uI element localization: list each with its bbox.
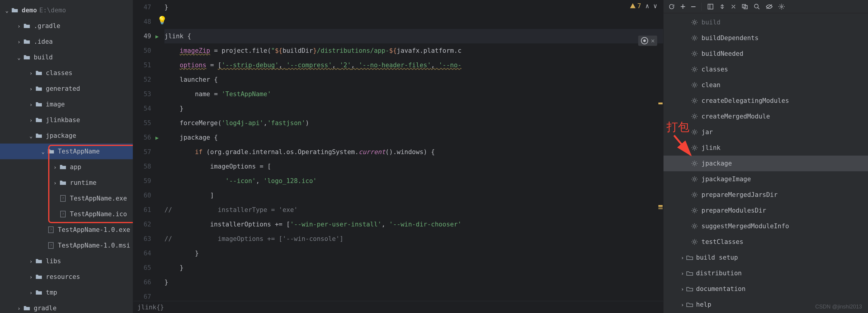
gradle-group-distribution[interactable]: ›distribution xyxy=(663,265,868,281)
refresh-icon[interactable] xyxy=(668,3,675,10)
chevron-icon[interactable]: › xyxy=(16,38,22,45)
tree-item-tmp[interactable]: ›tmp xyxy=(0,285,133,300)
warning-badge[interactable]: 7 xyxy=(629,2,641,10)
code-line[interactable]: imageOptions = [ xyxy=(164,159,663,174)
ai-assist-widget[interactable]: ✕ xyxy=(638,35,657,46)
gradle-task-jar[interactable]: jar xyxy=(663,124,868,140)
task-label: testClasses xyxy=(702,238,743,246)
gradle-group-documentation[interactable]: ›documentation xyxy=(663,281,868,297)
tree-item-runtime[interactable]: ›runtime xyxy=(0,175,133,191)
search-icon[interactable] xyxy=(753,3,760,10)
gradle-task-jpackageImage[interactable]: jpackageImage xyxy=(663,171,868,187)
gradle-task-build[interactable]: build xyxy=(663,15,868,30)
code-area[interactable]: } jlink { imageZip = project.file("${bui… xyxy=(164,0,663,301)
chevron-icon[interactable]: › xyxy=(28,101,34,108)
tree-item-testappname-ico[interactable]: ?TestAppName.ico xyxy=(0,206,133,222)
gradle-task-suggestMergedModuleInfo[interactable]: suggestMergedModuleInfo xyxy=(663,218,868,234)
code-line[interactable]: } xyxy=(164,101,663,116)
code-line[interactable]: } xyxy=(164,0,663,15)
tree-item-build[interactable]: ⌄build xyxy=(0,50,133,65)
tree-item-image[interactable]: ›image xyxy=(0,96,133,112)
code-line[interactable]: } xyxy=(164,275,663,289)
intention-bulb-icon[interactable]: 💡 xyxy=(157,16,167,25)
chevron-icon[interactable]: ⌄ xyxy=(16,54,22,61)
layout-icon[interactable] xyxy=(707,3,714,10)
chevron-icon[interactable]: › xyxy=(28,289,34,296)
add-icon[interactable]: + xyxy=(680,1,685,11)
gradle-task-clean[interactable]: clean xyxy=(663,77,868,93)
chevron-icon[interactable]: › xyxy=(16,305,22,312)
chevron-icon[interactable]: › xyxy=(28,274,34,280)
chevron-icon[interactable]: ⌄ xyxy=(40,148,46,155)
gradle-task-classes[interactable]: classes xyxy=(663,61,868,77)
code-line[interactable]: installerOptions += ['--win-per-user-ins… xyxy=(164,217,663,232)
expand-icon[interactable] xyxy=(719,4,725,10)
gradle-task-testClasses[interactable]: testClasses xyxy=(663,234,868,250)
next-highlight-icon[interactable]: ∨ xyxy=(653,2,657,10)
chevron-icon[interactable]: › xyxy=(16,23,22,29)
tree-item-app[interactable]: ›app xyxy=(0,159,133,175)
tree-item-resources[interactable]: ›resources xyxy=(0,269,133,285)
gradle-task-createDelegatingModules[interactable]: createDelegatingModules xyxy=(663,93,868,109)
tree-item-jpackage[interactable]: ⌄jpackage xyxy=(0,128,133,144)
collapse-icon[interactable]: ⤫ xyxy=(731,3,736,10)
chevron-icon[interactable]: › xyxy=(28,117,34,123)
tree-item-jlinkbase[interactable]: ›jlinkbase xyxy=(0,112,133,128)
gradle-task-prepareMergedJarsDir[interactable]: prepareMergedJarsDir xyxy=(663,187,868,203)
tree-item-testappname-exe[interactable]: ?TestAppName.exe xyxy=(0,191,133,206)
code-line[interactable]: jlink { xyxy=(164,29,663,44)
code-line[interactable] xyxy=(164,15,663,29)
gradle-task-buildDependents[interactable]: buildDependents xyxy=(663,30,868,46)
gradle-task-jlink[interactable]: jlink xyxy=(663,140,868,155)
code-line[interactable]: ] xyxy=(164,188,663,203)
chevron-icon[interactable]: › xyxy=(28,70,34,76)
code-line[interactable]: name = 'TestAppName' xyxy=(164,87,663,101)
chevron-icon[interactable]: › xyxy=(53,164,58,170)
tree-item-testappname[interactable]: ⌄TestAppName xyxy=(0,144,133,159)
code-line[interactable]: } xyxy=(164,246,663,260)
gradle-task-jpackage[interactable]: jpackage xyxy=(663,155,868,171)
chevron-right-icon[interactable]: › xyxy=(680,286,685,292)
project-root[interactable]: ⌄ demo E:\demo xyxy=(0,2,133,18)
chevron-right-icon[interactable]: › xyxy=(680,270,685,277)
breadcrumb-bar[interactable]: jlink{} xyxy=(133,301,663,313)
gradle-group-build-setup[interactable]: ›build setup xyxy=(663,250,868,265)
tree-item-libs[interactable]: ›libs xyxy=(0,253,133,269)
chevron-right-icon[interactable]: › xyxy=(680,255,685,261)
tree-item-testappname-1-0-exe[interactable]: ?TestAppName-1.0.exe xyxy=(0,222,133,237)
chevron-icon[interactable]: › xyxy=(28,258,34,264)
code-line[interactable]: forceMerge('log4j-api','fastjson') xyxy=(164,116,663,130)
tree-item-testappname-1-0-msi[interactable]: ?TestAppName-1.0.msi xyxy=(0,237,133,253)
prev-highlight-icon[interactable]: ∧ xyxy=(645,2,649,10)
code-line[interactable]: options = ['--strip-debug', '--compress'… xyxy=(164,58,663,73)
code-line[interactable]: launcher { xyxy=(164,73,663,87)
gradle-task-createMergedModule[interactable]: createMergedModule xyxy=(663,109,868,124)
tree-item-gradle[interactable]: ›gradle xyxy=(0,300,133,313)
chevron-down-icon[interactable]: ⌄ xyxy=(4,7,10,13)
hide-icon[interactable] xyxy=(766,4,773,9)
tree-item--gradle[interactable]: ›.gradle xyxy=(0,18,133,34)
link-icon[interactable] xyxy=(742,3,748,10)
tree-item-classes[interactable]: ›classes xyxy=(0,65,133,81)
code-line[interactable]: // imageOptions += ['--win-console'] xyxy=(164,232,663,246)
chevron-icon[interactable]: › xyxy=(53,180,58,186)
chevron-icon[interactable]: ⌄ xyxy=(28,133,34,139)
settings-icon[interactable] xyxy=(778,3,785,10)
run-icon[interactable]: ▶ xyxy=(155,135,159,141)
close-icon[interactable]: ✕ xyxy=(651,37,655,44)
code-line[interactable]: if (org.gradle.internal.os.OperatingSyst… xyxy=(164,145,663,159)
code-line[interactable]: '--icon', 'logo_128.ico' xyxy=(164,174,663,188)
gradle-task-prepareModulesDir[interactable]: prepareModulesDir xyxy=(663,203,868,218)
tree-item--idea[interactable]: ›.idea xyxy=(0,34,133,50)
tree-item-generated[interactable]: ›generated xyxy=(0,81,133,96)
code-line[interactable]: // installerType = 'exe' xyxy=(164,203,663,217)
code-line[interactable]: } xyxy=(164,260,663,275)
run-icon[interactable]: ▶ xyxy=(155,33,159,39)
code-line[interactable]: imageZip = project.file("${buildDir}/dis… xyxy=(164,44,663,58)
gradle-task-buildNeeded[interactable]: buildNeeded xyxy=(663,46,868,61)
code-line[interactable]: jpackage { xyxy=(164,130,663,145)
chevron-right-icon[interactable]: › xyxy=(680,302,685,308)
code-line[interactable] xyxy=(164,289,663,301)
chevron-icon[interactable]: › xyxy=(28,86,34,92)
minus-icon[interactable]: − xyxy=(691,1,696,11)
